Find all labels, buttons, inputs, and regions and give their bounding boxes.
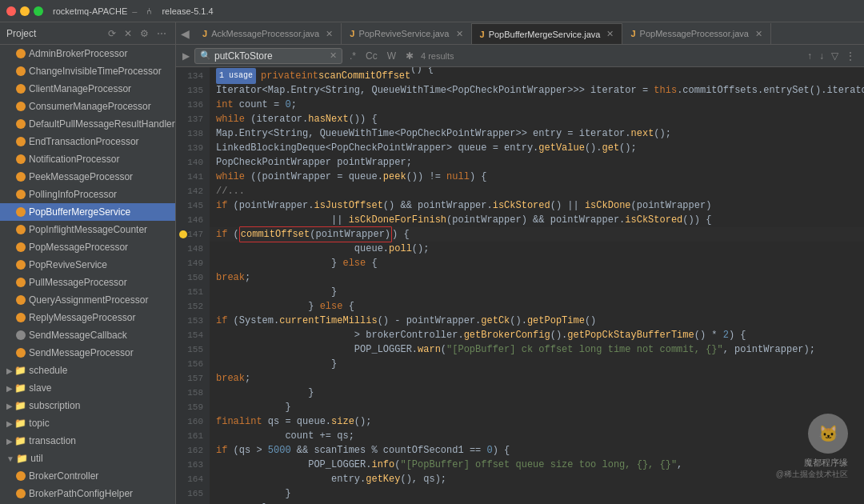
watermark-community: @稀土掘金技术社区	[776, 469, 848, 480]
sidebar-item[interactable]: NotificationProcessor	[0, 150, 175, 168]
sidebar-folder-slave[interactable]: ▶📁 slave	[0, 379, 175, 397]
settings-icon[interactable]: ⚙	[138, 27, 151, 40]
code-line: } else {	[210, 299, 864, 314]
java-icon: J	[202, 29, 207, 38]
sidebar-item[interactable]: PeekMessageProcessor	[0, 168, 175, 186]
minimize-button[interactable]	[20, 6, 30, 16]
code-line: //...	[210, 184, 864, 198]
tab-close-icon[interactable]: ✕	[606, 29, 614, 39]
line-number: 157	[176, 371, 210, 386]
sidebar-folder-util[interactable]: ▼📁 util	[0, 450, 175, 467]
java-icon: J	[630, 29, 635, 38]
case-icon[interactable]: Cc	[363, 50, 380, 62]
sidebar-header: Project ⟳ ✕ ⚙ ⋯	[0, 22, 175, 45]
sidebar-item[interactable]: PullMessageProcessor	[0, 274, 175, 291]
line-number: 160	[176, 414, 210, 429]
code-line: POP_LOGGER.info("[PopBuffer] offset queu…	[210, 458, 864, 472]
editor-area: ◀ J AckMessageProcessor.java ✕ J PopRevi…	[176, 22, 864, 504]
line-number: 158	[176, 386, 210, 400]
line-number: 141	[176, 170, 210, 184]
line-number: 148	[176, 242, 210, 256]
watermark-brand: 魔都程序缘	[804, 457, 848, 469]
sidebar-item[interactable]: ConsumerManageProcessor	[0, 98, 175, 115]
code-line: || isCkDoneForFinish(pointWrapper) && po…	[210, 213, 864, 227]
tab-poprevive[interactable]: J PopReviveService.java ✕	[342, 23, 471, 44]
tab-popbuffer[interactable]: J PopBufferMergeService.java ✕	[472, 23, 623, 44]
code-line: while ((pointWrapper = queue.peek()) != …	[210, 170, 864, 184]
code-line: Map.Entry<String, QueueWithTime<PopCheck…	[210, 126, 864, 141]
java-icon: J	[350, 29, 354, 38]
sidebar-item[interactable]: SendMessageProcessor	[0, 344, 175, 362]
code-line: if (pointWrapper.isJustOffset() && point…	[210, 198, 864, 213]
tab-close-icon[interactable]: ✕	[326, 29, 333, 39]
sidebar-folder-schedule[interactable]: ▶📁 schedule	[0, 362, 175, 379]
search-input[interactable]	[214, 50, 326, 62]
java-icon: J	[480, 30, 485, 39]
sidebar: Project ⟳ ✕ ⚙ ⋯ AdminBrokerProcessor Cha…	[0, 22, 176, 504]
tab-close-icon[interactable]: ✕	[456, 29, 463, 39]
code-line: final int qs = queue.size();	[210, 414, 864, 429]
line-number: 164	[176, 472, 210, 486]
close-sidebar-icon[interactable]: ✕	[122, 27, 134, 40]
code-line: }	[210, 357, 864, 371]
maximize-button[interactable]	[34, 6, 43, 16]
sidebar-folder-topic[interactable]: ▶📁 topic	[0, 414, 175, 432]
tab-popmessage[interactable]: J PopMessageProcessor.java ✕	[622, 23, 770, 44]
tab-close-icon[interactable]: ✕	[755, 29, 762, 39]
code-line: POP_LOGGER.warn("[PopBuffer] ck offset l…	[210, 342, 864, 357]
code-line: }	[210, 501, 864, 504]
close-button[interactable]	[6, 6, 16, 16]
sidebar-item[interactable]: PopInflightMessageCounter	[0, 221, 175, 238]
code-area: 134 135 136 137 138 139 140 141 142 145 …	[176, 67, 864, 504]
line-number: 145	[176, 198, 210, 213]
sidebar-folder-subscription[interactable]: ▶📁 subscription	[0, 397, 175, 414]
sidebar-item[interactable]: DefaultPullMessageResultHandler	[0, 115, 175, 133]
sidebar-folder-transaction[interactable]: ▶📁 transaction	[0, 432, 175, 450]
sidebar-item[interactable]: SendMessageCallback	[0, 326, 175, 344]
usage-tag: 1 usage	[216, 68, 256, 84]
sync-icon[interactable]: ⟳	[106, 27, 118, 40]
clear-search-icon[interactable]: ✕	[330, 50, 337, 61]
line-number: 155	[176, 342, 210, 357]
sidebar-item[interactable]: ChangeInvisibleTimeProcessor	[0, 62, 175, 80]
line-number: 163	[176, 458, 210, 472]
sidebar-item[interactable]: QueryAssignmentProcessor	[0, 291, 175, 309]
line-number: 135	[176, 83, 210, 98]
sidebar-item[interactable]: BrokerController	[0, 467, 175, 485]
prev-result-icon[interactable]: ↑	[805, 50, 814, 62]
sidebar-collapse-btn[interactable]: ◀	[176, 23, 194, 44]
tab-label: PopMessageProcessor.java	[640, 29, 749, 38]
sidebar-item[interactable]: PopMessageProcessor	[0, 238, 175, 256]
line-number: 138	[176, 126, 210, 141]
title-bar: rocketmq-APACHE – ⑃ release-5.1.4	[0, 0, 864, 22]
line-number: 152	[176, 299, 210, 314]
code-content[interactable]: 1 usage private int scanCommitOffset() {…	[210, 67, 864, 504]
sidebar-item[interactable]: ClientManageProcessor	[0, 80, 175, 98]
search-magnifier-icon: 🔍	[200, 50, 211, 61]
sidebar-item[interactable]: ReplyMessageProcessor	[0, 309, 175, 326]
sidebar-item[interactable]: PopReviveService	[0, 256, 175, 274]
code-line: }	[210, 400, 864, 414]
code-line: PopCheckPointWrapper pointWrapper;	[210, 155, 864, 170]
filter-results-icon[interactable]: ▽	[829, 50, 841, 62]
sidebar-item-active[interactable]: PopBufferMergeService	[0, 203, 175, 221]
tab-ackmessage[interactable]: J AckMessageProcessor.java ✕	[194, 23, 342, 44]
more-icon[interactable]: ⋯	[154, 27, 169, 40]
sidebar-item[interactable]: EndTransactionProcessor	[0, 133, 175, 150]
word-icon[interactable]: W	[385, 50, 398, 62]
next-result-icon[interactable]: ↓	[817, 50, 826, 62]
sidebar-item[interactable]: AdminBrokerProcessor	[0, 45, 175, 62]
line-number: 165	[176, 486, 210, 501]
search-bar-arrow[interactable]: ▶	[182, 50, 190, 62]
breakpoint-indicator	[179, 230, 187, 238]
regex-icon[interactable]: .*	[347, 50, 358, 62]
watermark-avatar: 🐱	[808, 414, 848, 454]
asterisk-icon[interactable]: ✱	[403, 50, 416, 62]
tab-label: PopBufferMergeService.java	[489, 30, 601, 39]
more-options-icon[interactable]: ⋮	[843, 50, 858, 62]
code-line: > brokerController.getBrokerConfig().get…	[210, 328, 864, 342]
sidebar-item[interactable]: BrokerPathConfigHelper	[0, 485, 175, 502]
sidebar-content: AdminBrokerProcessor ChangeInvisibleTime…	[0, 45, 175, 504]
line-number: 151	[176, 285, 210, 299]
sidebar-item[interactable]: PollingInfoProcessor	[0, 186, 175, 203]
